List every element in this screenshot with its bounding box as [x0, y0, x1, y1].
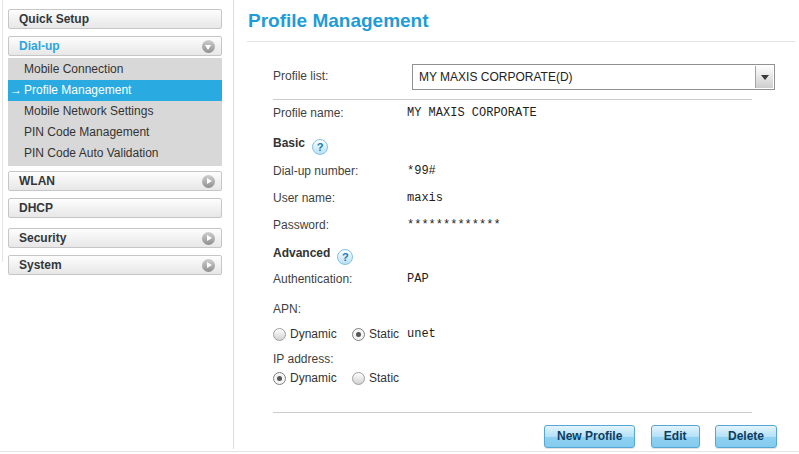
chevron-down-icon: [202, 40, 215, 53]
apn-dynamic-label: Dynamic: [290, 327, 337, 341]
sidebar-section-label: WLAN: [19, 174, 55, 188]
password-masked-value: *************: [407, 218, 501, 233]
user-name-label: User name:: [273, 191, 335, 205]
password-row: Password: *************: [273, 218, 329, 233]
profile-name-label: Profile name:: [273, 106, 344, 120]
sidebar-item-pin-code-auto-validation[interactable]: PIN Code Auto Validation: [8, 143, 222, 164]
help-icon[interactable]: ?: [337, 249, 353, 265]
sidebar-item-label: PIN Code Auto Validation: [24, 146, 159, 160]
help-icon[interactable]: ?: [312, 139, 328, 155]
ip-dynamic-option[interactable]: Dynamic: [273, 371, 337, 386]
chevron-right-icon: [202, 232, 215, 245]
sidebar-section-wlan[interactable]: WLAN: [8, 171, 222, 191]
sidebar-section-system[interactable]: System: [8, 255, 222, 275]
profile-name-row: Profile name: MY MAXIS CORPORATE: [273, 106, 344, 121]
sidebar-item-label: Profile Management: [24, 83, 131, 97]
profile-list-select[interactable]: MY MAXIS CORPORATE(D): [412, 64, 775, 90]
password-label: Password:: [273, 218, 329, 232]
advanced-section-header: Advanced?: [273, 246, 353, 265]
radio-checked-icon[interactable]: [352, 328, 365, 341]
sidebar-item-label: Mobile Connection: [24, 62, 123, 76]
apn-dynamic-option[interactable]: Dynamic: [273, 327, 337, 342]
sidebar-section-quick-setup[interactable]: Quick Setup: [8, 9, 222, 29]
user-name-value: maxis: [407, 191, 443, 206]
chevron-right-icon: [202, 175, 215, 188]
separator-line: [273, 99, 752, 100]
advanced-section-label: Advanced: [273, 246, 330, 260]
title-underline: [247, 41, 795, 42]
action-buttons: New Profile Edit Delete: [533, 425, 777, 448]
profile-list-row: Profile list: MY MAXIS CORPORATE(D): [273, 69, 328, 84]
page-title: Profile Management: [248, 10, 429, 32]
ip-dynamic-label: Dynamic: [290, 371, 337, 385]
sidebar-item-label: Mobile Network Settings: [24, 104, 153, 118]
separator-line: [273, 412, 752, 413]
apn-label: APN:: [273, 302, 301, 316]
profile-name-value: MY MAXIS CORPORATE: [407, 106, 537, 121]
apn-static-label: Static: [369, 327, 399, 341]
profile-list-label: Profile list:: [273, 69, 328, 83]
radio-checked-icon[interactable]: [273, 372, 286, 385]
radio-unchecked-icon[interactable]: [273, 328, 286, 341]
user-name-row: User name: maxis: [273, 191, 335, 206]
apn-static-option[interactable]: Static: [352, 327, 399, 342]
profile-list-selected-value: MY MAXIS CORPORATE(D): [413, 65, 774, 89]
ip-address-label: IP address:: [273, 352, 333, 366]
ip-address-row: IP address:: [273, 352, 333, 367]
sidebar-section-security[interactable]: Security: [8, 228, 222, 248]
sidebar-section-label: Dial-up: [19, 39, 60, 53]
frame-left-border: [2, 0, 3, 262]
sidebar-item-pin-code-management[interactable]: PIN Code Management: [8, 122, 222, 143]
authentication-row: Authentication: PAP: [273, 272, 352, 287]
sidebar-section-label: DHCP: [19, 201, 53, 215]
sidebar-item-mobile-network-settings[interactable]: Mobile Network Settings: [8, 101, 222, 122]
radio-unchecked-icon[interactable]: [352, 372, 365, 385]
sidebar-item-mobile-connection[interactable]: Mobile Connection: [8, 59, 222, 80]
apn-row: APN:: [273, 302, 301, 317]
authentication-value: PAP: [407, 272, 429, 287]
ip-static-label: Static: [369, 371, 399, 385]
sidebar-item-label: PIN Code Management: [24, 125, 149, 139]
dialup-number-row: Dial-up number: *99#: [273, 164, 358, 179]
new-profile-button[interactable]: New Profile: [544, 425, 635, 448]
main-panel: Profile Management Profile list: MY MAXI…: [234, 0, 799, 454]
dropdown-caret-icon[interactable]: [755, 66, 773, 88]
apn-options-row: Dynamic Static unet: [273, 327, 411, 342]
router-admin-page: Quick Setup Dial-up Mobile Connection → …: [0, 0, 799, 454]
sidebar-section-dialup[interactable]: Dial-up: [8, 36, 222, 56]
dialup-submenu: Mobile Connection → Profile Management M…: [8, 58, 222, 166]
ip-address-options-row: Dynamic Static: [273, 371, 411, 386]
authentication-label: Authentication:: [273, 272, 352, 286]
sidebar-section-label: System: [19, 258, 62, 272]
apn-value: unet: [407, 327, 436, 342]
basic-section-label: Basic: [273, 136, 305, 150]
delete-button[interactable]: Delete: [715, 425, 777, 448]
ip-static-option[interactable]: Static: [352, 371, 399, 386]
dialup-number-value: *99#: [407, 164, 436, 179]
sidebar-item-profile-management[interactable]: → Profile Management: [8, 80, 222, 101]
chevron-right-icon: [202, 259, 215, 272]
sidebar-nav: Quick Setup Dial-up Mobile Connection → …: [8, 9, 222, 282]
basic-section-header: Basic?: [273, 136, 328, 155]
active-item-arrow-icon: →: [10, 80, 22, 101]
sidebar-section-label: Quick Setup: [19, 12, 89, 26]
sidebar-section-label: Security: [19, 231, 66, 245]
sidebar-section-dhcp[interactable]: DHCP: [8, 198, 222, 218]
edit-button[interactable]: Edit: [651, 425, 700, 448]
dialup-number-label: Dial-up number:: [273, 164, 358, 178]
